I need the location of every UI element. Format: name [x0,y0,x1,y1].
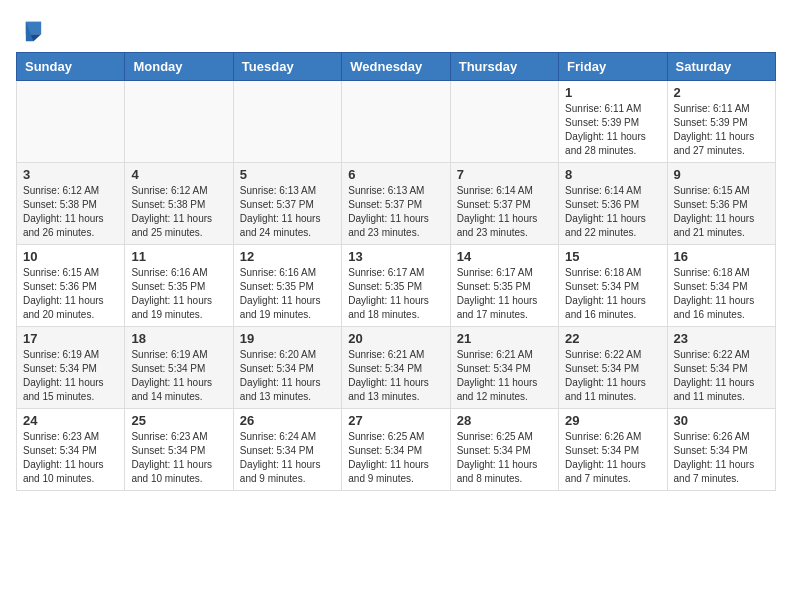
day-info: Sunrise: 6:14 AM Sunset: 5:36 PM Dayligh… [565,184,660,240]
calendar-cell: 1Sunrise: 6:11 AM Sunset: 5:39 PM Daylig… [559,81,667,163]
calendar-cell: 28Sunrise: 6:25 AM Sunset: 5:34 PM Dayli… [450,409,558,491]
calendar-cell: 27Sunrise: 6:25 AM Sunset: 5:34 PM Dayli… [342,409,450,491]
calendar-cell: 12Sunrise: 6:16 AM Sunset: 5:35 PM Dayli… [233,245,341,327]
day-number: 12 [240,249,335,264]
calendar-cell: 19Sunrise: 6:20 AM Sunset: 5:34 PM Dayli… [233,327,341,409]
logo-icon [16,16,44,44]
calendar-header-wednesday: Wednesday [342,53,450,81]
day-number: 21 [457,331,552,346]
logo [16,16,48,44]
calendar-cell [450,81,558,163]
day-number: 9 [674,167,769,182]
calendar-cell: 8Sunrise: 6:14 AM Sunset: 5:36 PM Daylig… [559,163,667,245]
calendar-cell: 22Sunrise: 6:22 AM Sunset: 5:34 PM Dayli… [559,327,667,409]
calendar-cell: 25Sunrise: 6:23 AM Sunset: 5:34 PM Dayli… [125,409,233,491]
calendar-cell: 15Sunrise: 6:18 AM Sunset: 5:34 PM Dayli… [559,245,667,327]
day-number: 24 [23,413,118,428]
day-info: Sunrise: 6:15 AM Sunset: 5:36 PM Dayligh… [674,184,769,240]
day-info: Sunrise: 6:18 AM Sunset: 5:34 PM Dayligh… [565,266,660,322]
calendar-cell [233,81,341,163]
calendar-cell: 24Sunrise: 6:23 AM Sunset: 5:34 PM Dayli… [17,409,125,491]
calendar-cell: 4Sunrise: 6:12 AM Sunset: 5:38 PM Daylig… [125,163,233,245]
calendar-cell: 5Sunrise: 6:13 AM Sunset: 5:37 PM Daylig… [233,163,341,245]
day-number: 17 [23,331,118,346]
day-info: Sunrise: 6:18 AM Sunset: 5:34 PM Dayligh… [674,266,769,322]
calendar-cell: 20Sunrise: 6:21 AM Sunset: 5:34 PM Dayli… [342,327,450,409]
day-info: Sunrise: 6:15 AM Sunset: 5:36 PM Dayligh… [23,266,118,322]
day-info: Sunrise: 6:11 AM Sunset: 5:39 PM Dayligh… [674,102,769,158]
calendar-cell: 26Sunrise: 6:24 AM Sunset: 5:34 PM Dayli… [233,409,341,491]
calendar-header-thursday: Thursday [450,53,558,81]
calendar-week-2: 3Sunrise: 6:12 AM Sunset: 5:38 PM Daylig… [17,163,776,245]
day-info: Sunrise: 6:23 AM Sunset: 5:34 PM Dayligh… [131,430,226,486]
calendar-header-tuesday: Tuesday [233,53,341,81]
calendar-cell: 29Sunrise: 6:26 AM Sunset: 5:34 PM Dayli… [559,409,667,491]
calendar-cell [17,81,125,163]
calendar-cell: 17Sunrise: 6:19 AM Sunset: 5:34 PM Dayli… [17,327,125,409]
day-number: 6 [348,167,443,182]
day-number: 10 [23,249,118,264]
day-number: 2 [674,85,769,100]
day-info: Sunrise: 6:17 AM Sunset: 5:35 PM Dayligh… [348,266,443,322]
calendar-cell: 10Sunrise: 6:15 AM Sunset: 5:36 PM Dayli… [17,245,125,327]
day-info: Sunrise: 6:20 AM Sunset: 5:34 PM Dayligh… [240,348,335,404]
day-number: 7 [457,167,552,182]
day-number: 16 [674,249,769,264]
day-number: 1 [565,85,660,100]
calendar-week-1: 1Sunrise: 6:11 AM Sunset: 5:39 PM Daylig… [17,81,776,163]
calendar-cell: 18Sunrise: 6:19 AM Sunset: 5:34 PM Dayli… [125,327,233,409]
day-info: Sunrise: 6:25 AM Sunset: 5:34 PM Dayligh… [348,430,443,486]
calendar-cell: 11Sunrise: 6:16 AM Sunset: 5:35 PM Dayli… [125,245,233,327]
day-info: Sunrise: 6:21 AM Sunset: 5:34 PM Dayligh… [457,348,552,404]
calendar-header-friday: Friday [559,53,667,81]
calendar-cell: 16Sunrise: 6:18 AM Sunset: 5:34 PM Dayli… [667,245,775,327]
day-number: 3 [23,167,118,182]
day-info: Sunrise: 6:14 AM Sunset: 5:37 PM Dayligh… [457,184,552,240]
day-number: 14 [457,249,552,264]
calendar-table: SundayMondayTuesdayWednesdayThursdayFrid… [16,52,776,491]
calendar-header-saturday: Saturday [667,53,775,81]
day-number: 26 [240,413,335,428]
calendar-header-row: SundayMondayTuesdayWednesdayThursdayFrid… [17,53,776,81]
calendar-header-sunday: Sunday [17,53,125,81]
calendar-cell: 30Sunrise: 6:26 AM Sunset: 5:34 PM Dayli… [667,409,775,491]
page-header [16,16,776,44]
calendar-cell: 3Sunrise: 6:12 AM Sunset: 5:38 PM Daylig… [17,163,125,245]
day-info: Sunrise: 6:26 AM Sunset: 5:34 PM Dayligh… [565,430,660,486]
calendar-week-3: 10Sunrise: 6:15 AM Sunset: 5:36 PM Dayli… [17,245,776,327]
day-number: 25 [131,413,226,428]
day-number: 18 [131,331,226,346]
day-info: Sunrise: 6:13 AM Sunset: 5:37 PM Dayligh… [348,184,443,240]
day-info: Sunrise: 6:26 AM Sunset: 5:34 PM Dayligh… [674,430,769,486]
day-info: Sunrise: 6:16 AM Sunset: 5:35 PM Dayligh… [131,266,226,322]
day-number: 19 [240,331,335,346]
calendar-header-monday: Monday [125,53,233,81]
calendar-week-4: 17Sunrise: 6:19 AM Sunset: 5:34 PM Dayli… [17,327,776,409]
day-number: 4 [131,167,226,182]
calendar-week-5: 24Sunrise: 6:23 AM Sunset: 5:34 PM Dayli… [17,409,776,491]
day-info: Sunrise: 6:17 AM Sunset: 5:35 PM Dayligh… [457,266,552,322]
day-number: 23 [674,331,769,346]
calendar-cell: 13Sunrise: 6:17 AM Sunset: 5:35 PM Dayli… [342,245,450,327]
day-info: Sunrise: 6:22 AM Sunset: 5:34 PM Dayligh… [674,348,769,404]
day-number: 27 [348,413,443,428]
day-number: 22 [565,331,660,346]
day-number: 8 [565,167,660,182]
day-number: 30 [674,413,769,428]
day-info: Sunrise: 6:12 AM Sunset: 5:38 PM Dayligh… [131,184,226,240]
calendar-cell: 14Sunrise: 6:17 AM Sunset: 5:35 PM Dayli… [450,245,558,327]
day-info: Sunrise: 6:24 AM Sunset: 5:34 PM Dayligh… [240,430,335,486]
calendar-cell: 21Sunrise: 6:21 AM Sunset: 5:34 PM Dayli… [450,327,558,409]
day-info: Sunrise: 6:23 AM Sunset: 5:34 PM Dayligh… [23,430,118,486]
day-number: 5 [240,167,335,182]
calendar-cell [342,81,450,163]
day-info: Sunrise: 6:22 AM Sunset: 5:34 PM Dayligh… [565,348,660,404]
day-info: Sunrise: 6:12 AM Sunset: 5:38 PM Dayligh… [23,184,118,240]
day-number: 11 [131,249,226,264]
calendar-cell: 23Sunrise: 6:22 AM Sunset: 5:34 PM Dayli… [667,327,775,409]
day-info: Sunrise: 6:16 AM Sunset: 5:35 PM Dayligh… [240,266,335,322]
day-info: Sunrise: 6:19 AM Sunset: 5:34 PM Dayligh… [23,348,118,404]
day-number: 20 [348,331,443,346]
day-info: Sunrise: 6:25 AM Sunset: 5:34 PM Dayligh… [457,430,552,486]
calendar-cell [125,81,233,163]
